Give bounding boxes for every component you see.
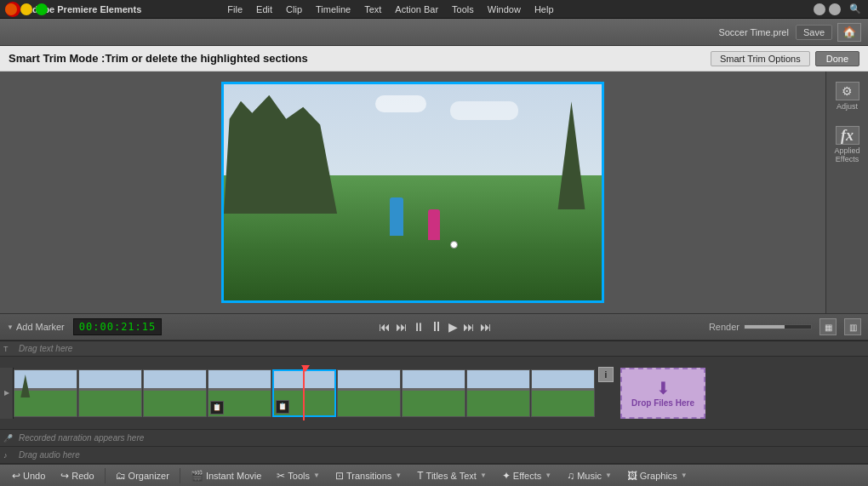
music-button[interactable]: ♫ Music ▼ [560,468,619,483]
titles-text-button[interactable]: T Titles & Text ▼ [410,468,494,483]
player1 [390,197,403,236]
save-button[interactable]: Save [796,25,832,40]
instant-movie-button[interactable]: 🎬 Instant Movie [184,468,268,483]
graphics-button[interactable]: 🖼 Graphics ▼ [620,468,694,483]
clip-thumb-9[interactable] [531,369,595,417]
t-sky-6 [338,370,400,389]
minimize-button[interactable] [20,3,32,15]
fx-icon: fx [836,126,859,145]
t-sky-3 [144,370,206,389]
menu-clip[interactable]: Clip [280,3,308,16]
music-icon: ♫ [567,470,574,482]
undo-button[interactable]: ↩ Undo [5,468,52,483]
t-grass-6 [338,391,400,416]
go-start-button[interactable]: ⏮ [379,320,391,334]
timeline-area: T Drag text here ▶ [0,340,868,464]
close-button[interactable] [5,3,17,15]
redo-button[interactable]: ↪ Redo [54,468,100,483]
next-frame-button[interactable]: ⏭ [463,320,475,334]
t-grass-8 [467,391,529,416]
t-sky-2 [79,370,141,389]
instant-movie-label: Instant Movie [206,471,261,481]
effects-button[interactable]: ✦ Effects ▼ [495,468,558,483]
undo-label: Undo [23,471,45,481]
menu-action-bar[interactable]: Action Bar [389,3,444,16]
maximize-button[interactable] [36,3,48,15]
narration-track: 🎤 Recorded narration appears here [0,430,868,447]
clip-thumb-4[interactable]: 📋 [208,369,271,417]
menu-window[interactable]: Window [482,3,527,16]
t-sky-8 [467,370,529,389]
step-forward-button[interactable]: ▶ [448,320,458,334]
smart-trim-bar: Smart Trim Mode :Trim or delete the high… [0,46,868,71]
clip-thumb-7[interactable] [402,369,465,417]
organizer-icon: 🗂 [116,470,126,482]
menu-timeline[interactable]: Timeline [310,3,357,16]
smart-trim-options-button[interactable]: Smart Trim Options [711,51,810,66]
win-ctrl-2[interactable] [829,3,841,15]
layout-btn-2[interactable]: ▥ [844,318,861,335]
t-grass-9 [532,391,594,416]
add-marker-label: Add Marker [16,322,65,332]
undo-icon: ↩ [12,470,20,482]
tools-arrow-icon: ▼ [313,472,320,479]
drop-zone[interactable]: ⬇ Drop Files Here [620,368,705,419]
clip-thumb-6[interactable] [337,369,401,417]
graphics-icon: 🖼 [627,470,637,482]
transitions-button[interactable]: ⊡ Transitions ▼ [328,468,408,483]
cloud1 [375,95,426,112]
tools-button[interactable]: ✂ Tools ▼ [270,468,327,483]
applied-effects-button[interactable]: fx AppliedEffects [832,123,861,167]
music-arrow-icon: ▼ [605,472,612,479]
adjust-button[interactable]: ⚙ Adjust [834,78,861,114]
adjust-label: Adjust [837,102,858,111]
menu-help[interactable]: Help [528,3,560,16]
t-grass-2 [79,391,141,416]
home-button[interactable]: 🏠 [837,23,861,42]
go-end-button[interactable]: ⏭ [480,320,492,334]
organizer-button[interactable]: 🗂 Organizer [109,468,176,483]
search-icon[interactable]: 🔍 [848,2,863,17]
effects-label: Effects [513,471,541,481]
video-track-icon: ▶ [4,389,9,397]
cloud2 [450,101,518,120]
menu-tools[interactable]: Tools [446,3,480,16]
clip-icon-4: 📋 [210,401,224,415]
playhead-line [303,365,305,420]
audio-icon: ♪ [3,451,17,460]
clip-thumb-8[interactable] [466,369,530,417]
titles-arrow-icon: ▼ [480,472,487,479]
win-ctrl-1[interactable] [814,3,825,15]
clip-thumb-3[interactable] [143,369,207,417]
transitions-arrow-icon: ▼ [395,472,402,479]
video-frame[interactable] [221,82,604,303]
t-sky-7 [403,370,465,389]
menu-text[interactable]: Text [358,3,387,16]
menu-file[interactable]: File [221,3,248,16]
redo-label: Redo [71,471,94,481]
graphics-label: Graphics [640,471,677,481]
sep-1 [105,468,106,483]
titles-text-label: Titles & Text [426,471,477,481]
tools-icon: ✂ [277,470,285,482]
clip-thumb-1[interactable] [14,369,77,417]
step-back-button[interactable]: ⏸ [413,320,425,334]
done-button[interactable]: Done [815,51,859,66]
instant-movie-icon: 🎬 [191,470,203,482]
menu-edit[interactable]: Edit [250,3,278,16]
audio-label: Drag audio here [19,450,80,460]
video-track-header: ▶ [0,368,14,419]
drop-arrow-icon: ⬇ [656,378,671,398]
info-icon[interactable]: i [598,367,614,382]
tools-label: Tools [288,471,310,481]
titles-icon: T [417,470,423,482]
prev-frame-button[interactable]: ⏭ [396,320,408,334]
mic-icon: 🎤 [3,434,17,443]
layout-btn-1[interactable]: ▦ [819,318,837,335]
clip-thumb-2[interactable] [78,369,142,417]
play-pause-button[interactable]: ⏸ [430,319,443,334]
video-track-content[interactable]: 📋 📋 [14,365,868,420]
bottom-toolbar: ↩ Undo ↪ Redo 🗂 Organizer 🎬 Instant Movi… [0,464,868,486]
add-marker-button[interactable]: ▼ Add Marker [7,322,65,332]
marker-tri: ▼ [7,323,14,331]
